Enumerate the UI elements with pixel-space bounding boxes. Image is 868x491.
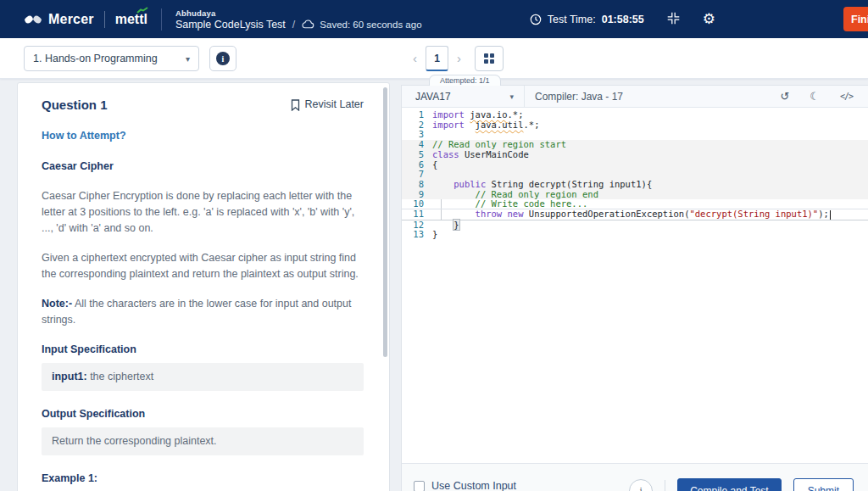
reset-history-icon[interactable]: ↺ [780,91,789,102]
code-lines: 1import java.io.*;2import java.util.*;34… [402,110,868,240]
breadcrumb: Abhudaya Sample CodeLysis Test / Saved: … [175,8,422,31]
line-number: 5 [402,150,432,160]
line-number: 11 [402,209,432,220]
revisit-later-button[interactable]: Revisit Later [291,97,364,113]
code-line-5[interactable]: 5class UserMainCode [402,150,868,160]
code-area[interactable]: 1import java.io.*;2import java.util.*;34… [402,108,868,463]
language-select-value: JAVA17 [415,91,451,103]
mettl-logo: mettl [115,12,147,27]
line-number: 2 [402,120,432,131]
breadcrumb-separator: / [292,19,295,31]
use-custom-input-control[interactable]: Use Custom Input [414,480,516,491]
test-name: Sample CodeLysis Test [175,19,286,31]
note-text: All the characters are in the lower case… [42,298,351,326]
caret-down-icon: ▾ [509,92,514,101]
line-number: 1 [402,110,432,120]
editor-toolbar: JAVA17 ▾ Compiler: Java - 17 ↺ ☾ </> [402,86,868,108]
code-line-2[interactable]: 2import java.util.*; [402,120,868,131]
problem-note: Note:- All the characters are in the low… [42,296,364,328]
question-scrollbar[interactable] [383,87,387,357]
line-number: 6 [402,160,432,170]
note-label: Note:- [42,298,72,310]
mercer-wordmark: Mercer [48,12,94,27]
header-right: Test Time: 01:58:55 ⚙ [530,11,715,28]
example-heading: Example 1: [42,471,364,487]
code-line-12[interactable]: 12 } [402,220,868,231]
revisit-later-label: Revisit Later [305,97,364,113]
mettl-growth-icon [136,7,149,14]
section-select-value: 1. Hands-on Programming [33,53,158,64]
line-number: 13 [402,230,432,240]
caret-down-icon: ▾ [186,54,190,64]
compile-and-test-button[interactable]: Compile and Test [677,478,782,491]
footer-info-button[interactable]: i [629,479,653,491]
settings-gear-icon[interactable]: ⚙ [703,12,715,26]
top-header: Mercer mettl Abhudaya Sample CodeLysis T… [0,0,868,38]
app-window: Mercer mettl Abhudaya Sample CodeLysis T… [0,0,868,491]
submit-button[interactable]: Submit [793,478,854,491]
code-line-13[interactable]: 13} [402,230,868,240]
use-custom-input-checkbox[interactable] [414,481,425,491]
input-spec-label: input1: [52,371,87,382]
editor-footer: Use Custom Input i Compile and Test Subm… [402,463,868,491]
mettl-wordmark: mettl [115,12,147,26]
input-spec-heading: Input Specification [42,342,364,358]
compiler-label: Compiler: Java - 17 [535,91,623,103]
finish-test-button[interactable]: Finish Test [843,7,868,31]
question-page-button[interactable]: 1 [426,46,448,71]
mercer-infinity-icon [24,14,42,25]
header-divider [161,8,162,31]
how-to-attempt-link[interactable]: How to Attempt? [42,128,364,144]
input-spec-text: the ciphertext [87,371,154,382]
question-pager: ‹ 1 › [413,46,504,71]
section-bar: 1. Hands-on Programming ▾ i ‹ 1 › [0,38,868,79]
question-title: Question 1 [42,97,108,113]
output-spec-heading: Output Specification [42,406,364,422]
cloud-icon [302,20,314,29]
line-number: 4 [402,140,432,150]
code-format-icon[interactable]: </> [840,92,853,101]
input-spec-box: input1: the ciphertext [42,363,364,391]
section-info-button[interactable]: i [209,46,236,71]
footer-divider [665,480,665,491]
save-status-text: Saved: 60 seconds ago [320,20,421,30]
brand-divider [104,11,105,28]
language-select[interactable]: JAVA17 ▾ [402,86,525,107]
test-timer: Test Time: 01:58:55 [530,14,644,25]
text-cursor [830,210,831,220]
line-number: 3 [402,130,432,140]
code-line-6[interactable]: 6{ [402,160,868,170]
question-panel: Question 1 Revisit Later How to Attempt?… [17,82,390,491]
grid-icon [484,53,494,64]
line-number: 7 [402,170,432,180]
org-name: Abhudaya [175,8,422,18]
problem-paragraph-2: Given a ciphertext encrypted with Caesar… [42,250,364,282]
problem-paragraph-1: Caesar Cipher Encryption is done by repl… [42,188,364,237]
line-number: 8 [402,180,432,190]
prev-question-icon[interactable]: ‹ [413,46,417,71]
brand-area: Mercer mettl Abhudaya Sample CodeLysis T… [24,8,422,31]
clock-icon [530,14,542,25]
question-palette-button[interactable] [475,46,504,71]
bookmark-icon [291,99,300,111]
attempted-tab: Attempted: 1/1 [429,75,501,86]
code-editor-panel: Attempted: 1/1 JAVA17 ▾ Compiler: Java -… [401,85,868,491]
save-status: Saved: 60 seconds ago [302,20,421,30]
section-select[interactable]: 1. Hands-on Programming ▾ [24,46,199,71]
next-question-icon[interactable]: › [457,46,461,71]
dark-mode-moon-icon[interactable]: ☾ [810,91,820,102]
code-line-11[interactable]: 11 throw new UnsupportedOperationExcepti… [402,209,868,220]
collapse-fullscreen-icon[interactable] [666,11,681,28]
problem-heading: Caesar Cipher [42,159,364,175]
output-spec-box: Return the corresponding plaintext. [42,427,364,455]
mercer-logo: Mercer [24,12,94,27]
info-icon: i [216,52,230,65]
timer-value: 01:58:55 [602,14,644,25]
use-custom-input-label: Use Custom Input [431,480,516,491]
timer-label: Test Time: [548,14,596,25]
